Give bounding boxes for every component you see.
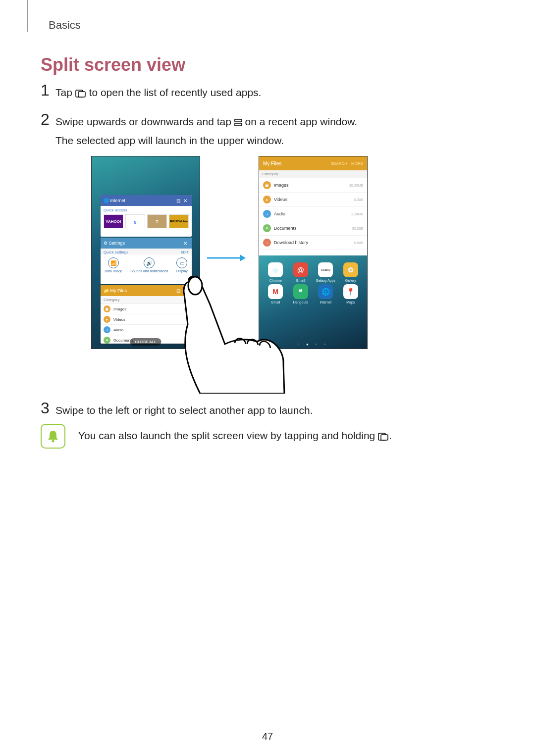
file-row: ↓Download history0.00B	[259, 236, 367, 250]
text: You can also launch the split screen vie…	[78, 430, 378, 441]
app-hangouts: ❝Hangouts	[288, 284, 314, 304]
file-row: ▣ImagesMB	[101, 304, 192, 314]
text: The selected app will launch in the uppe…	[55, 135, 284, 146]
gmail-icon: M	[268, 284, 283, 299]
tip-bell-icon	[41, 424, 65, 449]
display-icon: ▭	[176, 257, 187, 268]
download-icon: ↓	[263, 239, 271, 247]
close-icon: ✕	[182, 241, 189, 246]
app-galaxy: GalaxyGalaxy Apps	[313, 262, 338, 282]
category-label: Category	[259, 170, 367, 178]
quick-access-row: YAHOO! g T IMDbMobile	[101, 213, 192, 231]
myfiles-body: Category ▣Images30.25MB ▸Videos0.00B ♪Au…	[259, 170, 367, 255]
step-2: 2 Swipe upwards or downwards and tap on …	[41, 111, 357, 149]
globe-icon: 🌐	[104, 198, 109, 203]
split-icon: ⊟	[175, 198, 182, 203]
settings-item: 📶Data usage	[105, 257, 122, 273]
app-gallery: ✿Gallery	[338, 262, 364, 282]
category-label: Category	[101, 296, 192, 304]
documents-icon: ≡	[104, 337, 110, 344]
quick-settings-label: Quick settings	[104, 250, 128, 254]
videos-icon: ▸	[263, 196, 271, 203]
maps-icon: 📍	[343, 284, 358, 299]
page-title: Split screen view	[41, 54, 185, 75]
quick-t: T	[147, 214, 167, 228]
recent-card-settings: ⚙ Settings ✕ Quick settings EDIT 📶Data u…	[101, 238, 192, 284]
text: Swipe upwards or downwards and tap	[55, 116, 234, 127]
section-label: Basics	[49, 19, 81, 32]
file-row: ▣Images30.25MB	[259, 178, 367, 193]
app-internet: 🌐Internet	[313, 284, 338, 304]
recent-apps-icon	[75, 86, 86, 103]
page-dots: ◦ ● ▫ ▫	[259, 342, 367, 347]
documents-icon: ≡	[263, 224, 271, 232]
step-number: 2	[41, 111, 55, 127]
svg-rect-1	[78, 92, 85, 97]
folder-icon: 📁	[104, 288, 109, 293]
app-email: @Email	[288, 262, 314, 282]
galaxy-apps-icon: Galaxy	[318, 262, 333, 277]
step-number: 3	[41, 400, 55, 416]
settings-item: 🔊Sounds and notifications	[130, 257, 168, 273]
hangouts-icon: ❝	[293, 284, 308, 299]
search-button: SEARCH	[331, 161, 347, 166]
recent-card-myfiles: 📁 My Files ⊟ ✕ Category ▣ImagesMB ▸Video…	[101, 285, 192, 344]
step-text: Swipe to the left or right to select ano…	[55, 402, 313, 419]
card-title: My Files	[110, 288, 175, 293]
close-icon: ✕	[182, 198, 189, 203]
myfiles-header: My Files SEARCH MORE	[259, 156, 367, 170]
file-row: ♪Audio	[101, 325, 192, 335]
close-all-button: CLOSE ALL	[130, 338, 161, 346]
tip-text: You can also launch the split screen vie…	[78, 430, 392, 443]
step-1: 1 Tap to open the list of recently used …	[41, 82, 261, 103]
step-3: 3 Swipe to the left or right to select a…	[41, 400, 313, 419]
card-title: Settings	[109, 241, 182, 246]
page-number: 47	[0, 731, 535, 742]
audio-icon: ♪	[104, 326, 110, 333]
svg-rect-9	[381, 435, 388, 440]
phone-right: My Files SEARCH MORE Category ▣Images30.…	[259, 156, 368, 349]
sound-icon: 🔊	[144, 257, 155, 268]
text: Tap	[55, 87, 75, 98]
file-row: ▸Videos	[101, 314, 192, 325]
split-bottom-pane: ◉Chrome @Email GalaxyGalaxy Apps ✿Galler…	[259, 255, 367, 349]
step-text: Swipe upwards or downwards and tap on a …	[55, 113, 357, 149]
quick-imdb: IMDbMobile	[169, 214, 189, 228]
quick-yahoo: YAHOO!	[104, 214, 123, 228]
text: Swipe to the left or right to select ano…	[55, 404, 313, 416]
svg-rect-2	[235, 119, 242, 122]
svg-rect-3	[235, 123, 242, 126]
svg-marker-5	[240, 254, 246, 261]
text: .	[389, 430, 392, 441]
images-icon: ▣	[263, 181, 271, 189]
images-icon: ▣	[104, 305, 110, 312]
file-row: ≡Documents90.00B	[259, 221, 367, 236]
app-gmail: MGmail	[263, 284, 288, 304]
gallery-icon: ✿	[343, 262, 358, 277]
recent-apps-icon	[378, 431, 389, 443]
split-screen-icon	[234, 115, 242, 132]
split-top-pane: My Files SEARCH MORE Category ▣Images30.…	[259, 156, 367, 255]
data-usage-icon: 📶	[108, 257, 119, 268]
text: to open the list of recently used apps.	[89, 87, 262, 98]
svg-point-7	[52, 440, 54, 443]
gear-icon: ⚙	[104, 241, 107, 246]
page-edge	[27, 0, 28, 32]
tip-box: You can also launch the split screen vie…	[41, 424, 392, 449]
email-icon: @	[293, 262, 308, 277]
split-icon: ⊟	[175, 288, 182, 294]
internet-icon: 🌐	[318, 284, 333, 299]
chrome-icon: ◉	[268, 262, 283, 277]
arrow-icon	[206, 253, 246, 263]
app-grid: ◉Chrome @Email GalaxyGalaxy Apps ✿Galler…	[259, 255, 367, 304]
illustration: 🌐 Internet ⊟ ✕ Quick access YAHOO! g T I…	[91, 156, 369, 394]
file-row: ▸Videos0.00B	[259, 193, 367, 207]
header-title: My Files	[263, 161, 327, 166]
quick-access-label: Quick access	[101, 206, 192, 213]
step-number: 1	[41, 82, 55, 98]
edit-button: EDIT	[181, 251, 189, 254]
recent-card-internet: 🌐 Internet ⊟ ✕ Quick access YAHOO! g T I…	[101, 195, 192, 237]
settings-item: ▭Display	[176, 257, 188, 273]
file-row: ♪Audio3.28MB	[259, 207, 367, 221]
quick-google: g	[125, 214, 145, 228]
